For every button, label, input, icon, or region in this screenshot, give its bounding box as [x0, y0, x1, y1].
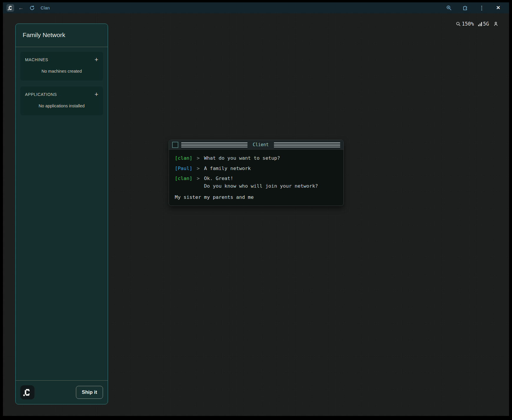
applications-section: APPLICATIONS + No applications installed [20, 86, 103, 115]
applications-empty-state: No applications installed [25, 104, 98, 108]
close-icon[interactable]: ✕ [494, 4, 503, 12]
titlebar-stripes [181, 142, 247, 147]
message-text: What do you want to setup? [204, 154, 280, 162]
network-indicator: 5G [478, 21, 489, 27]
clan-logo-icon[interactable] [6, 4, 14, 12]
client-window-title: Client [250, 142, 271, 147]
clan-footer-logo-icon [20, 385, 34, 399]
back-icon[interactable]: ← [16, 4, 25, 12]
speaker-label: [clan] [175, 175, 192, 182]
browser-topbar: ← Clan ⋮ ✕ [3, 2, 509, 13]
sidebar-panel: Family Network MACHINES + No machines cr… [15, 24, 108, 404]
terminal-input-line[interactable]: My sister my parents and me [175, 194, 338, 201]
terminal-message-row: [clan] > Ok. Great! [175, 175, 338, 182]
reload-icon[interactable] [28, 4, 36, 12]
client-titlebar[interactable]: Client [169, 140, 343, 150]
speaker-label: [clan] [175, 154, 192, 162]
titlebar-stripes [274, 142, 340, 147]
app-window: ← Clan ⋮ ✕ [3, 2, 509, 416]
message-text-line2: Do you know who will join your network? [204, 182, 318, 190]
prompt-chevron: > [192, 175, 204, 182]
message-text: Ok. Great! [204, 175, 233, 182]
terminal-message-row: [Paul] > A family network [175, 165, 338, 172]
prompt-chevron: > [192, 154, 204, 162]
machines-section-label: MACHINES [25, 57, 48, 62]
machines-empty-state: No machines created [25, 69, 98, 74]
signal-bars-icon [478, 22, 482, 26]
kebab-menu-icon[interactable]: ⋮ [477, 4, 486, 12]
applications-section-label: APPLICATIONS [25, 92, 57, 97]
tab-title: Clan [41, 5, 442, 10]
message-text: A family network [204, 165, 251, 172]
add-machine-button[interactable]: + [94, 57, 98, 62]
terminal-message-continuation: Do you know who will join your network? [175, 182, 338, 190]
window-closebox-icon[interactable] [172, 142, 178, 148]
sidebar-footer: Ship it [16, 380, 108, 404]
terminal-message-row: [clan] > What do you want to setup? [175, 154, 338, 162]
ship-it-button[interactable]: Ship it [76, 386, 103, 399]
add-application-button[interactable]: + [94, 92, 98, 97]
zoom-in-icon[interactable] [444, 4, 453, 12]
zoom-level-value: 150% [462, 21, 474, 27]
sidebar-title: Family Network [16, 24, 108, 47]
zoom-level-indicator: 150% [456, 21, 474, 27]
magnifier-icon [456, 21, 461, 26]
status-indicators: 150% 5G [456, 19, 498, 28]
speaker-label: [Paul] [175, 165, 192, 172]
network-value: 5G [483, 21, 489, 27]
client-terminal-window: Client [clan] > What do you want to setu… [169, 140, 344, 206]
machines-section: MACHINES + No machines created [20, 52, 103, 81]
extensions-puzzle-icon[interactable] [461, 4, 470, 12]
client-terminal-body: [clan] > What do you want to setup? [Pau… [169, 150, 343, 206]
prompt-chevron: > [192, 165, 204, 172]
person-icon [493, 21, 498, 26]
input-line-text[interactable]: My sister my parents and me [175, 194, 254, 201]
